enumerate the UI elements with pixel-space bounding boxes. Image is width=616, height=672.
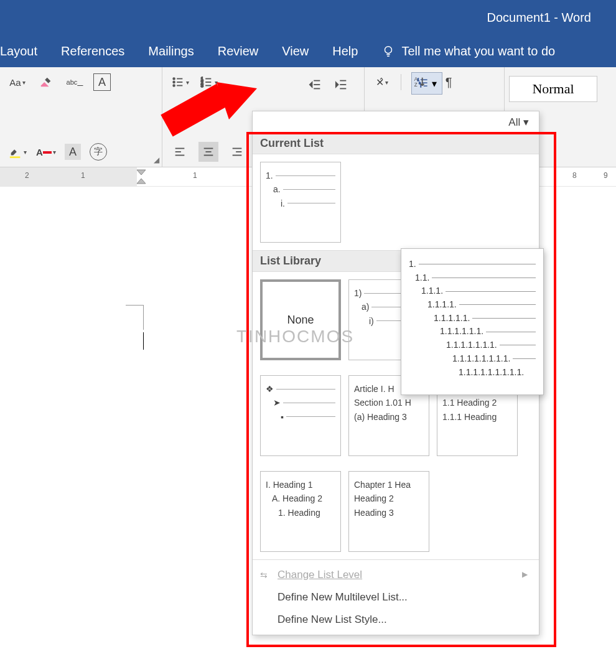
doc-title: Document1 - Word xyxy=(487,11,591,25)
increase-indent-button[interactable] xyxy=(332,75,352,95)
annotation-arrow xyxy=(161,82,260,141)
asian-layout-button[interactable]: ✕̂▾ xyxy=(372,72,392,92)
title-bar: Document1 - Word xyxy=(0,0,616,35)
tab-view[interactable]: View xyxy=(282,44,309,58)
all-filter[interactable]: All ▾ xyxy=(508,116,529,129)
section-current-list: Current List xyxy=(253,133,539,154)
clear-format-button[interactable] xyxy=(36,72,56,92)
align-center-button[interactable] xyxy=(198,142,218,162)
lightbulb-icon xyxy=(381,44,395,58)
change-list-level: ⇆Change List Level▶ xyxy=(253,564,539,586)
phonetic-guide-button[interactable]: abc xyxy=(65,72,85,92)
svg-point-0 xyxy=(385,47,392,54)
align-left-button[interactable] xyxy=(170,142,190,162)
tile-current[interactable]: 1. a. i. xyxy=(260,162,341,243)
font-size-menu[interactable]: Aa▾ xyxy=(7,72,27,92)
tile-chapter[interactable]: Chapter 1 Hea Heading 2 Heading 3 xyxy=(348,471,429,552)
enclose-char-button[interactable]: 字 xyxy=(90,143,107,161)
svg-text:A: A xyxy=(414,77,418,82)
define-new-list-style[interactable]: Define New List Style... xyxy=(253,609,539,631)
svg-rect-1 xyxy=(9,156,20,158)
tile-bullets[interactable]: ❖ ➤ ▪ xyxy=(260,375,341,456)
tile-roman[interactable]: I. Heading 1 A. Heading 2 1. Heading xyxy=(260,471,341,552)
svg-point-2 xyxy=(173,78,175,80)
show-marks-button[interactable]: ¶ xyxy=(439,72,459,92)
tile-none[interactable]: None xyxy=(260,279,341,360)
tab-mailings[interactable]: Mailings xyxy=(148,44,194,58)
tell-me[interactable]: Tell me what you want to do xyxy=(381,44,555,58)
font-color-button[interactable]: A▾ xyxy=(36,142,56,162)
highlight-button[interactable]: ▾ xyxy=(7,142,27,162)
align-right-button[interactable] xyxy=(227,142,247,162)
tab-references[interactable]: References xyxy=(61,44,124,58)
decrease-indent-button[interactable] xyxy=(306,75,325,95)
tab-layout[interactable]: Layout xyxy=(0,44,37,58)
sort-button[interactable]: AZ xyxy=(410,72,430,92)
ribbon-tabs: Layout References Mailings Review View H… xyxy=(0,35,616,67)
svg-text:Z: Z xyxy=(414,82,418,88)
tab-review[interactable]: Review xyxy=(218,44,259,58)
style-normal[interactable]: Normal xyxy=(509,76,597,102)
char-border-button[interactable]: A xyxy=(93,73,111,91)
tab-help[interactable]: Help xyxy=(332,44,358,58)
char-shading-button[interactable]: A xyxy=(65,144,81,160)
indent-marker-icon[interactable] xyxy=(136,169,147,185)
define-new-multilevel[interactable]: Define New Multilevel List... xyxy=(253,586,539,609)
multilevel-list-dropdown: All ▾ Current List 1. a. i. List Library… xyxy=(252,111,539,635)
font-dialog-launcher[interactable]: ◢ xyxy=(154,156,159,164)
list-preview-tooltip: 1. 1.1. 1.1.1. 1.1.1.1. 1.1.1.1.1. 1.1.1… xyxy=(401,248,544,395)
